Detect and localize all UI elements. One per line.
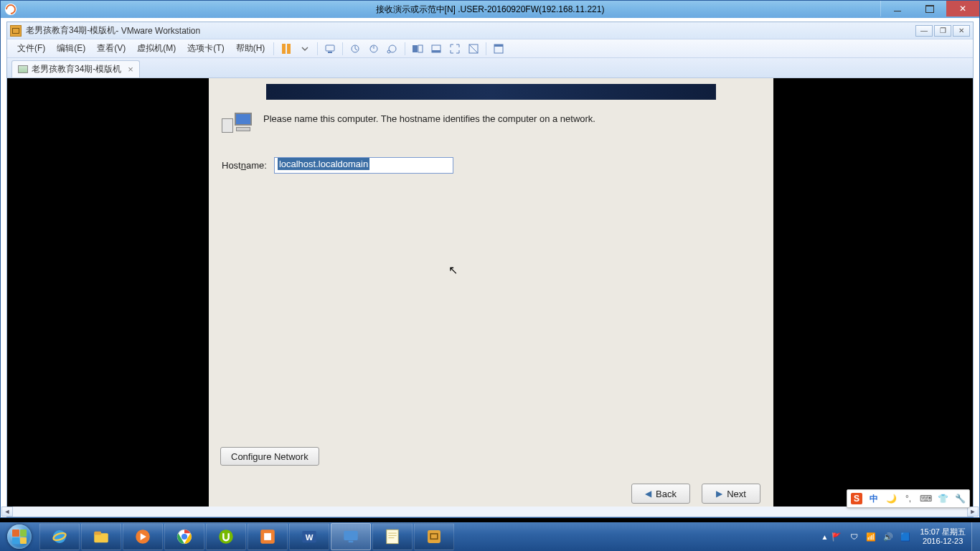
minimize-button[interactable] xyxy=(880,1,913,17)
taskbar-ie[interactable] xyxy=(39,523,80,550)
power-dropdown-button[interactable] xyxy=(297,41,313,57)
svg-rect-16 xyxy=(94,532,101,535)
installer-prompt-text: Please name this computer. The hostname … xyxy=(263,113,595,126)
tray-date: 2016-12-23 xyxy=(920,537,966,546)
configure-network-button[interactable]: Configure Network xyxy=(220,447,319,466)
svg-rect-12 xyxy=(494,44,503,47)
vm-console[interactable]: Please name this computer. The hostname … xyxy=(7,78,973,507)
svg-rect-28 xyxy=(387,529,398,544)
mouse-cursor-icon: ↖ xyxy=(448,263,458,277)
vmware-minimize-button[interactable]: — xyxy=(915,25,933,37)
svg-rect-29 xyxy=(428,530,440,543)
maximize-button[interactable] xyxy=(913,1,946,17)
revert-snapshot-button[interactable] xyxy=(366,41,382,57)
arrow-left-icon: ◀ xyxy=(645,489,651,499)
vmware-title-app: - VMware Workstation xyxy=(116,26,200,36)
remote-window-title: 接收演示或示范中[N] .USER-20160920FW(192.168.11.… xyxy=(376,4,605,16)
svg-text:W: W xyxy=(306,533,314,542)
vm-tab-label: 老男孩教育34期-模版机 xyxy=(32,63,121,75)
start-button[interactable] xyxy=(0,522,39,551)
vmware-maximize-button[interactable]: ❐ xyxy=(934,25,951,37)
tray-time: 15:07 星期五 xyxy=(920,527,966,537)
tray-clock[interactable]: 15:07 星期五 2016-12-23 xyxy=(920,527,966,545)
vmware-window: 老男孩教育34期-模版机 - VMware Workstation — ❐ ✕ … xyxy=(6,22,974,517)
hostname-label: Hostname: xyxy=(222,160,267,171)
svg-rect-26 xyxy=(344,531,358,540)
system-tray: ▲ 🚩 🛡 📶 🔊 🟦 15:07 星期五 2016-12-23 xyxy=(821,522,981,551)
close-button[interactable] xyxy=(946,1,979,17)
menu-help[interactable]: 帮助(H) xyxy=(230,42,271,55)
vmware-app-icon xyxy=(10,25,22,37)
menu-tabs[interactable]: 选项卡(T) xyxy=(182,42,230,55)
ime-softkbd-icon[interactable]: °, xyxy=(900,491,916,506)
svg-rect-9 xyxy=(432,50,440,52)
vm-tab-active[interactable]: 老男孩教育34期-模版机 × xyxy=(11,60,140,77)
snapshot-manager-button[interactable] xyxy=(385,41,400,57)
svg-rect-27 xyxy=(349,541,354,542)
ime-keyboard-icon[interactable]: ⌨ xyxy=(918,491,933,506)
ime-toolbar[interactable]: S 中 🌙 °, ⌨ 👕 🔧 xyxy=(847,489,970,508)
vm-tab-close-icon[interactable]: × xyxy=(128,64,133,75)
scroll-track[interactable] xyxy=(13,507,967,517)
back-button[interactable]: ◀Back xyxy=(631,484,690,504)
taskbar-mediaplayer[interactable] xyxy=(123,523,163,550)
remote-window-buttons xyxy=(880,1,979,17)
tray-network-icon[interactable]: 📶 xyxy=(864,530,877,543)
show-desktop-button[interactable] xyxy=(971,522,980,551)
svg-point-21 xyxy=(219,529,233,544)
menu-edit[interactable]: 编辑(E) xyxy=(51,42,91,55)
vmware-close-button[interactable]: ✕ xyxy=(953,25,970,37)
unity-button[interactable] xyxy=(466,41,481,57)
taskbar-vmware[interactable] xyxy=(414,523,454,550)
vm-tab-icon xyxy=(18,65,28,73)
next-button[interactable]: ▶Next xyxy=(702,484,760,504)
menu-vm[interactable]: 虚拟机(M) xyxy=(131,42,182,55)
taskbar-notes[interactable] xyxy=(372,523,413,550)
sogou-logo-icon[interactable]: S xyxy=(849,491,864,506)
scroll-right-button[interactable]: ► xyxy=(967,507,979,517)
vmware-title-doc: 老男孩教育34期-模版机 xyxy=(26,24,116,37)
view-console-button[interactable] xyxy=(410,41,425,57)
windows-logo-icon xyxy=(7,524,32,549)
ime-punct-toggle[interactable]: 🌙 xyxy=(883,491,899,506)
taskbar-app-orange[interactable] xyxy=(248,523,288,550)
ime-menu-icon[interactable]: 🔧 xyxy=(952,491,968,506)
installer-header-banner xyxy=(266,84,716,100)
fullscreen-button[interactable] xyxy=(447,41,463,57)
tray-overflow-button[interactable]: ▲ xyxy=(821,533,829,541)
arrow-right-icon: ▶ xyxy=(716,489,722,499)
ime-lang-toggle[interactable]: 中 xyxy=(866,491,882,506)
taskbar-explorer[interactable] xyxy=(81,523,121,550)
tray-flag-icon[interactable]: 🚩 xyxy=(830,530,843,543)
snapshot-button[interactable] xyxy=(347,41,363,57)
remote-hscrollbar[interactable]: ◄ ► xyxy=(1,507,979,517)
scroll-left-button[interactable]: ◄ xyxy=(1,507,13,517)
hostname-input[interactable]: localhost.localdomain xyxy=(274,157,453,174)
svg-rect-6 xyxy=(413,45,418,52)
send-cad-button[interactable] xyxy=(322,41,338,57)
taskbar-chrome[interactable] xyxy=(164,523,204,550)
taskbar: W ▲ 🚩 🛡 📶 🔊 🟦 15:07 星期五 2016-12-23 xyxy=(0,522,980,551)
tray-app-icon[interactable]: 🟦 xyxy=(899,530,912,543)
remote-app-icon xyxy=(5,4,17,15)
menu-file[interactable]: 文件(F) xyxy=(11,42,51,55)
taskbar-word[interactable]: W xyxy=(289,523,329,550)
tray-volume-icon[interactable]: 🔊 xyxy=(882,530,895,543)
remote-titlebar[interactable]: 接收演示或示范中[N] .USER-20160920FW(192.168.11.… xyxy=(1,1,979,18)
svg-point-20 xyxy=(182,534,187,540)
ime-skin-icon[interactable]: 👕 xyxy=(935,491,951,506)
svg-rect-7 xyxy=(418,45,423,52)
vmware-titlebar[interactable]: 老男孩教育34期-模版机 - VMware Workstation — ❐ ✕ xyxy=(7,22,973,39)
svg-rect-1 xyxy=(328,52,332,53)
menu-view[interactable]: 查看(V) xyxy=(91,42,131,55)
svg-rect-0 xyxy=(326,45,334,51)
taskbar-utorrent[interactable] xyxy=(206,523,246,550)
view-single-button[interactable] xyxy=(428,41,444,57)
tray-shield-icon[interactable]: 🛡 xyxy=(847,530,860,543)
installer-nav: ◀Back ▶Next xyxy=(631,484,760,504)
network-icon xyxy=(222,113,253,141)
svg-rect-23 xyxy=(264,533,271,540)
pause-vm-button[interactable] xyxy=(278,41,294,57)
library-button[interactable] xyxy=(491,41,507,57)
taskbar-remotedesktop[interactable] xyxy=(331,523,371,550)
